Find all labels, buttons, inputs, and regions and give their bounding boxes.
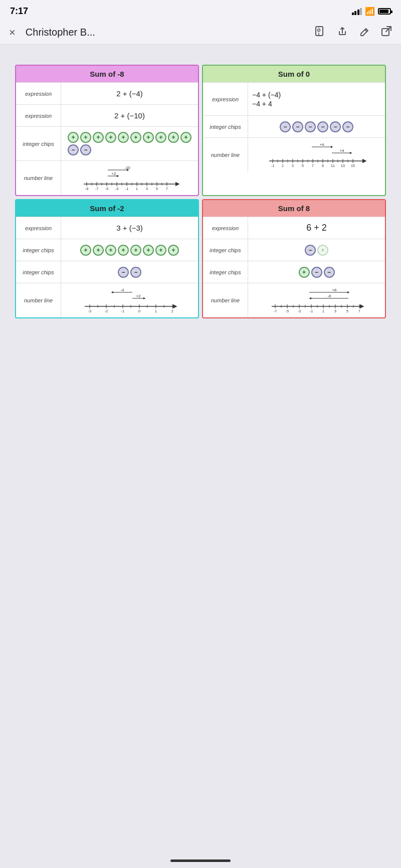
label-expression-neg2: expression bbox=[16, 217, 61, 239]
svg-text:-9: -9 bbox=[85, 187, 88, 191]
card-neg8-row-chips: integer chips + + + + + + + + bbox=[16, 126, 198, 160]
card-0-row-chips: integer chips − − − − − − bbox=[203, 115, 385, 137]
svg-text:+2: +2 bbox=[136, 294, 141, 298]
svg-point-1 bbox=[318, 29, 320, 32]
card-neg2-title: Sum of -2 bbox=[16, 200, 198, 217]
expr-8-value: 6 + 2 bbox=[248, 217, 385, 239]
label-integer-chips-neg2-pos: integer chips bbox=[16, 239, 61, 261]
chip-pos: + bbox=[80, 132, 91, 143]
status-icons: 📶 bbox=[352, 7, 391, 16]
chip-pos: + bbox=[130, 132, 141, 143]
svg-text:9: 9 bbox=[322, 164, 324, 167]
label-number-line-0: number line bbox=[203, 138, 248, 172]
svg-text:15: 15 bbox=[351, 164, 355, 167]
svg-text:5: 5 bbox=[156, 187, 158, 191]
svg-text:3: 3 bbox=[146, 187, 148, 191]
number-line-neg2-svg: -4 +2 -3 -2 -1 bbox=[82, 285, 177, 315]
chip-neg: − bbox=[118, 267, 129, 278]
svg-text:-1: -1 bbox=[125, 187, 128, 191]
chip-neg: − bbox=[311, 267, 322, 278]
edit-icon[interactable] bbox=[359, 26, 370, 39]
svg-text:11: 11 bbox=[331, 164, 335, 167]
chip-pos: + bbox=[155, 132, 166, 143]
card-neg2: Sum of -2 expression 3 + (−3) integer ch… bbox=[15, 199, 199, 318]
chip-neg: − bbox=[68, 144, 79, 155]
svg-text:-10: -10 bbox=[124, 165, 130, 170]
label-number-line: number line bbox=[16, 161, 61, 195]
close-button[interactable]: × bbox=[9, 26, 16, 39]
expr1-value: 2 + (−4) bbox=[61, 83, 198, 104]
svg-text:+4: +4 bbox=[319, 142, 324, 147]
card-neg2-row-expr: expression 3 + (−3) bbox=[16, 217, 198, 239]
svg-text:+6: +6 bbox=[332, 288, 337, 292]
chips-0-container: − − − − − − bbox=[248, 116, 385, 137]
svg-text:-4: -4 bbox=[120, 288, 124, 292]
svg-text:-1: -1 bbox=[121, 309, 124, 313]
svg-text:7: 7 bbox=[358, 309, 360, 313]
svg-text:3: 3 bbox=[292, 164, 294, 167]
chip-pos: + bbox=[143, 132, 154, 143]
card-neg2-row-nl: number line -4 +2 -3 bbox=[16, 283, 198, 317]
status-time: 7:17 bbox=[10, 6, 28, 17]
chip-neg: − bbox=[305, 245, 316, 256]
svg-text:-3: -3 bbox=[115, 187, 118, 191]
chip-pos: + bbox=[143, 245, 154, 256]
chips-8-pos-container: + − − bbox=[248, 261, 385, 283]
number-line-0-svg: +4 +4 -1 1 3 bbox=[267, 140, 367, 170]
svg-text:1: 1 bbox=[282, 164, 284, 167]
signal-icon bbox=[352, 8, 362, 15]
label-number-line-8: number line bbox=[203, 283, 248, 317]
card-8-title: Sum of 8 bbox=[203, 200, 385, 217]
svg-text:13: 13 bbox=[341, 164, 345, 167]
document-title: Christopher B... bbox=[26, 27, 307, 38]
chip-pos: + bbox=[93, 132, 104, 143]
chip-pos: + bbox=[68, 132, 79, 143]
card-neg2-row-chips-neg: integer chips − − bbox=[16, 261, 198, 283]
svg-text:0: 0 bbox=[138, 309, 140, 313]
status-bar: 7:17 📶 bbox=[0, 0, 401, 21]
label-integer-chips-neg2-neg: integer chips bbox=[16, 261, 61, 283]
card-8-row-nl: number line +6 -6 -7 bbox=[203, 283, 385, 317]
external-link-icon[interactable] bbox=[381, 26, 392, 39]
card-neg8-row-nl: number line -10 +2 -9 bbox=[16, 160, 198, 195]
svg-text:3: 3 bbox=[334, 309, 336, 313]
chips-neg2-neg-container: − − bbox=[61, 261, 198, 283]
nl-neg2-container: -4 +2 -3 -2 -1 bbox=[61, 283, 198, 317]
chip-pos: + bbox=[317, 245, 328, 256]
svg-text:+4: +4 bbox=[339, 148, 344, 153]
chip-neg: − bbox=[342, 121, 353, 132]
svg-text:7: 7 bbox=[312, 164, 314, 167]
share-icon[interactable] bbox=[337, 26, 348, 39]
nl-8-container: +6 -6 -7 -5 -3 bbox=[248, 283, 385, 317]
battery-icon bbox=[378, 8, 391, 15]
svg-text:-6: -6 bbox=[327, 294, 331, 298]
search-icon[interactable] bbox=[315, 26, 326, 39]
card-neg8-row-expr1: expression 2 + (−4) bbox=[16, 82, 198, 104]
chip-pos: + bbox=[105, 245, 116, 256]
svg-text:7: 7 bbox=[166, 187, 168, 191]
card-neg2-row-chips-pos: integer chips + + + + + + + + bbox=[16, 239, 198, 261]
svg-text:-3: -3 bbox=[297, 309, 300, 313]
svg-text:5: 5 bbox=[302, 164, 304, 167]
content-area: Sum of -8 expression 2 + (−4) expression… bbox=[0, 45, 401, 338]
chip-pos: + bbox=[299, 267, 310, 278]
chip-neg: − bbox=[292, 121, 303, 132]
chip-pos: + bbox=[118, 132, 129, 143]
svg-text:1: 1 bbox=[322, 309, 324, 313]
chip-neg: − bbox=[80, 144, 91, 155]
card-neg8-row-expr2: expression 2 + (−10) bbox=[16, 104, 198, 126]
chip-pos: + bbox=[105, 132, 116, 143]
chip-pos: + bbox=[168, 245, 179, 256]
chip-neg: − bbox=[305, 121, 316, 132]
card-0-title: Sum of 0 bbox=[203, 66, 385, 82]
svg-text:-7: -7 bbox=[273, 309, 276, 313]
label-number-line-neg2: number line bbox=[16, 283, 61, 317]
toolbar: × Christopher B... bbox=[0, 21, 401, 45]
toolbar-icons bbox=[315, 26, 392, 39]
home-bar[interactable] bbox=[170, 859, 231, 862]
label-integer-chips-8-neg: integer chips bbox=[203, 239, 248, 261]
label-integer-chips-0: integer chips bbox=[203, 116, 248, 137]
number-line-8-svg: +6 -6 -7 -5 -3 bbox=[269, 285, 364, 315]
label-expression-0: expression bbox=[203, 83, 248, 115]
label-expression: expression bbox=[16, 83, 61, 104]
